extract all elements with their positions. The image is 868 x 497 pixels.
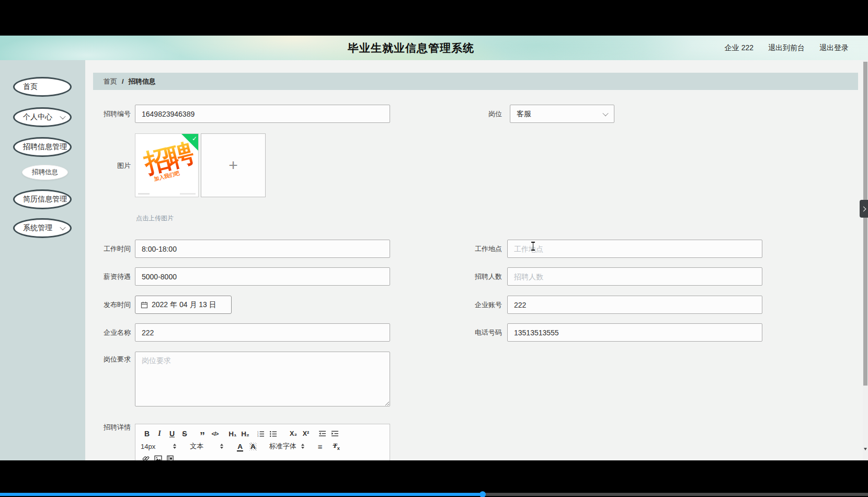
blockquote-button[interactable]: ” <box>196 428 209 439</box>
video-progress-bar[interactable] <box>0 493 868 496</box>
sidebar-item-label: 系统管理 <box>23 223 52 233</box>
chevron-down-icon <box>602 110 608 116</box>
requirement-label: 岗位要求 <box>85 354 131 365</box>
app-header: 毕业生就业信息管理系统 企业 222 退出到前台 退出登录 <box>0 36 868 60</box>
heading2-button[interactable]: H₂ <box>239 428 252 439</box>
breadcrumb-home[interactable]: 首页 <box>104 77 117 86</box>
headcount-label: 招聘人数 <box>418 267 502 286</box>
italic-button[interactable]: I <box>153 428 166 439</box>
sidebar-item-label: 招聘信息 <box>32 168 58 177</box>
outdent-button[interactable] <box>318 429 331 438</box>
breadcrumb-separator: / <box>122 77 124 85</box>
breadcrumb: 首页 / 招聘信息 <box>93 73 858 90</box>
uploaded-image-thumbnail[interactable]: 招聘 加入我们吧 ✓ <box>135 133 199 197</box>
editor-toolbar-row2: 14px 文本 A A 标准字体 ≡ Tx <box>135 441 390 451</box>
main-area: 首页 个人中心 招聘信息管理 招聘信息 简历信息管理 系统管理 首 <box>0 60 868 460</box>
font-family-value[interactable]: 标准字体 <box>269 442 296 451</box>
logout-link[interactable]: 退出登录 <box>819 43 849 53</box>
exit-to-front-link[interactable]: 退出到前台 <box>768 43 805 53</box>
progress-knob[interactable] <box>479 491 486 497</box>
company-name-label: 企业名称 <box>85 323 131 342</box>
plus-icon: + <box>229 157 238 173</box>
sidebar-item-label: 首页 <box>23 82 38 92</box>
salary-input[interactable] <box>135 267 390 286</box>
recruit-no-label: 招聘编号 <box>85 105 131 123</box>
upload-success-badge: ✓ <box>181 134 198 151</box>
calendar-icon <box>141 301 148 309</box>
publish-time-label: 发布时间 <box>85 296 131 314</box>
sidebar: 首页 个人中心 招聘信息管理 招聘信息 简历信息管理 系统管理 <box>0 60 85 460</box>
sidebar-item-recruit-info[interactable]: 招聘信息 <box>22 165 68 180</box>
heading1-button[interactable]: H₁ <box>226 428 239 439</box>
page-title: 毕业生就业信息管理系统 <box>0 36 822 60</box>
phone-input[interactable] <box>507 323 762 342</box>
clear-format-button[interactable]: Tx <box>333 442 339 451</box>
ordered-list-icon: 123 <box>257 431 265 437</box>
check-icon: ✓ <box>192 135 197 142</box>
work-time-input[interactable] <box>135 240 390 258</box>
paragraph-style-value[interactable]: 文本 <box>190 442 203 451</box>
work-time-label: 工作时间 <box>85 240 131 258</box>
upload-hint-link[interactable]: 点击上传图片 <box>136 214 174 223</box>
headcount-input[interactable] <box>507 267 762 286</box>
strikethrough-button[interactable]: S <box>178 428 191 439</box>
screen: 毕业生就业信息管理系统 企业 222 退出到前台 退出登录 首页 个人中心 招聘… <box>0 0 868 497</box>
indent-button[interactable] <box>331 429 344 438</box>
sidebar-item-resume-manage[interactable]: 简历信息管理 <box>13 189 72 209</box>
company-name-input[interactable] <box>135 323 390 342</box>
recruit-no-input[interactable] <box>135 105 390 123</box>
sidebar-item-home[interactable]: 首页 <box>13 77 72 97</box>
sidebar-item-system-manage[interactable]: 系统管理 <box>13 218 72 238</box>
position-label: 岗位 <box>418 105 502 123</box>
superscript-button[interactable]: X² <box>300 428 312 439</box>
font-color-button[interactable]: A <box>237 443 243 450</box>
code-button[interactable]: </> <box>209 428 221 439</box>
company-account-label: 企业账号 <box>418 296 502 314</box>
side-panel-toggle[interactable] <box>860 200 868 218</box>
company-account-input[interactable] <box>507 296 762 314</box>
work-place-label: 工作地点 <box>418 240 502 258</box>
scrollbar-down-arrow-icon[interactable] <box>864 448 867 450</box>
scrollbar-thumb[interactable] <box>863 62 867 386</box>
indent-icon <box>331 431 339 437</box>
outdent-icon <box>318 431 326 437</box>
font-family-stepper[interactable] <box>301 443 304 449</box>
sidebar-item-recruit-manage[interactable]: 招聘信息管理 <box>13 137 72 157</box>
chevron-down-icon <box>60 224 65 230</box>
header-links: 企业 222 退出到前台 退出登录 <box>725 36 849 60</box>
sidebar-item-personal-center[interactable]: 个人中心 <box>13 107 72 127</box>
underline-button[interactable]: U <box>166 428 178 439</box>
paragraph-style-stepper[interactable] <box>220 443 223 449</box>
salary-label: 薪资待遇 <box>85 267 131 286</box>
letterbox-top <box>0 0 868 36</box>
background-color-button[interactable]: A <box>249 443 257 450</box>
editor-toolbar-row1: B I U S ” </> H₁ H₂ 123 <box>135 428 390 439</box>
position-select[interactable]: 客服 <box>510 105 614 123</box>
font-size-stepper[interactable] <box>173 443 176 449</box>
subscript-button[interactable]: X₂ <box>287 428 300 439</box>
publish-date-picker[interactable]: 2022 年 04 月 13 日 <box>135 296 232 314</box>
phone-label: 电话号码 <box>418 323 502 342</box>
bold-button[interactable]: B <box>141 428 153 439</box>
work-place-input[interactable] <box>507 240 762 258</box>
publish-date-value: 2022 年 04 月 13 日 <box>152 300 216 310</box>
ordered-list-button[interactable]: 123 <box>257 429 269 438</box>
vertical-scrollbar[interactable] <box>863 60 868 460</box>
line-height-button[interactable]: ≡ <box>318 442 323 451</box>
breadcrumb-current: 招聘信息 <box>129 77 156 86</box>
sidebar-item-label: 招聘信息管理 <box>23 142 67 152</box>
content-panel: 首页 / 招聘信息 招聘编号 岗位 客服 图片 招聘 加入我们吧 ✓ <box>85 60 863 460</box>
sidebar-item-label: 个人中心 <box>23 112 52 122</box>
requirement-textarea[interactable] <box>135 352 390 406</box>
unordered-list-button[interactable] <box>269 429 282 438</box>
sidebar-item-label: 简历信息管理 <box>23 195 67 204</box>
position-selected-value: 客服 <box>517 109 531 119</box>
unordered-list-icon <box>269 431 277 437</box>
image-upload-box[interactable]: + <box>201 133 266 197</box>
chevron-down-icon <box>60 114 65 119</box>
progress-fill <box>0 493 483 496</box>
text-cursor <box>531 242 535 251</box>
chevron-right-icon <box>861 206 866 211</box>
enterprise-account-link[interactable]: 企业 222 <box>725 43 753 53</box>
font-size-value[interactable]: 14px <box>141 443 155 450</box>
